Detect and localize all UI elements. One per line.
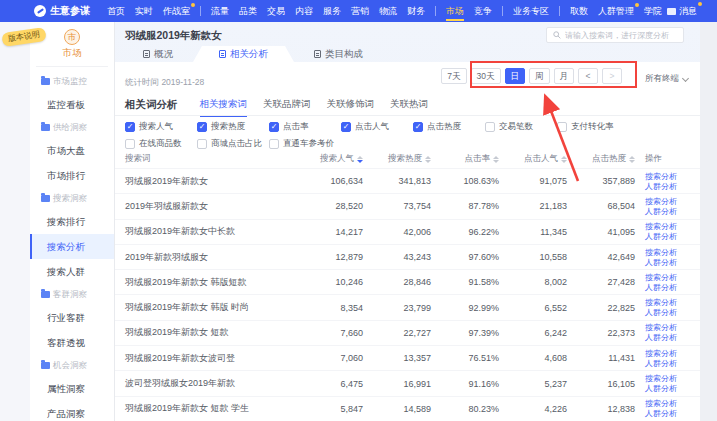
sidebar-item[interactable]: 搜索分析 <box>30 234 114 259</box>
filter-checkbox[interactable]: 支付转化率 <box>557 121 629 133</box>
table-row: 羽绒服2019年新款女 短款 学生 5,847 14,589 80.23% 4,… <box>115 396 700 421</box>
search-analysis-link[interactable]: 搜索分析 <box>645 222 700 231</box>
search-input[interactable] <box>565 31 677 40</box>
nav-item[interactable]: 学院 <box>639 0 667 22</box>
search-analysis-link[interactable]: 搜索分析 <box>645 323 700 332</box>
col-search-heat[interactable]: 搜索热度 <box>363 153 431 165</box>
filter-checkbox[interactable]: 点击人气 <box>341 121 413 133</box>
search-analysis-link[interactable]: 搜索分析 <box>645 298 700 307</box>
nav-item[interactable]: 首页 <box>102 0 130 22</box>
range-button[interactable]: 周 <box>529 68 550 84</box>
col-search-popularity[interactable]: 搜索人气 <box>295 153 363 165</box>
nav-item[interactable]: 服务 <box>318 0 346 22</box>
nav-item[interactable]: 财务 <box>402 0 430 22</box>
crowd-analysis-link[interactable]: 人群分析 <box>645 182 700 191</box>
nav-item[interactable]: 取数 <box>565 0 593 22</box>
filter-checkbox[interactable]: 搜索热度 <box>197 121 269 133</box>
terminal-dropdown[interactable]: 所有终端 <box>645 73 688 85</box>
nav-item[interactable]: 流量 <box>206 0 234 22</box>
nav-item[interactable]: 交易 <box>262 0 290 22</box>
search-heat-cell: 42,006 <box>363 227 431 237</box>
col-click-heat[interactable]: 点击热度 <box>567 153 635 165</box>
nav-item[interactable]: 市场 <box>441 0 469 22</box>
header-tab[interactable]: 类目构成 <box>294 46 383 62</box>
nav-item[interactable]: 人群管理 <box>593 0 639 22</box>
sidebar-item[interactable]: 客群透视 <box>30 330 114 355</box>
range-button[interactable]: 月 <box>554 68 575 84</box>
sidebar-item[interactable]: 市场监控 <box>30 71 114 92</box>
range-button[interactable]: 30天 <box>471 68 501 84</box>
search-box[interactable] <box>546 27 684 43</box>
sidebar-item[interactable]: 供给洞察 <box>30 117 114 138</box>
analysis-subtab[interactable]: 关联热词 <box>390 98 428 111</box>
col-click-popularity[interactable]: 点击人气 <box>499 153 567 165</box>
nav-item[interactable] <box>435 6 436 16</box>
header-tab[interactable]: 相关分析 <box>193 46 294 62</box>
crowd-analysis-link[interactable]: 人群分析 <box>645 207 700 216</box>
crowd-analysis-link[interactable]: 人群分析 <box>645 333 700 342</box>
filter-checkbox[interactable]: 直通车参考价 <box>269 138 341 150</box>
filter-checkbox[interactable]: 搜索人气 <box>125 121 197 133</box>
sidebar-item[interactable]: 市场大盘 <box>30 138 114 163</box>
col-click-rate[interactable]: 点击率 <box>431 153 499 165</box>
analysis-subtab[interactable]: 相关搜索词 <box>200 98 248 111</box>
range-button[interactable]: 7天 <box>441 68 466 84</box>
filter-checkbox[interactable]: 商城点击占比 <box>197 138 269 150</box>
prev-page-button[interactable]: < <box>578 68 598 84</box>
crowd-analysis-link[interactable]: 人群分析 <box>645 232 700 241</box>
nav-item[interactable]: 业务专区 <box>508 0 554 22</box>
nav-item[interactable]: 内容 <box>290 0 318 22</box>
search-analysis-link[interactable]: 搜索分析 <box>645 248 700 257</box>
analysis-subtab[interactable]: 关联修饰词 <box>327 98 375 111</box>
next-page-button[interactable]: > <box>602 68 622 84</box>
filter-checkbox[interactable]: 在线商品数 <box>125 138 197 150</box>
header-tab[interactable]: 概况 <box>123 46 193 62</box>
sidebar-item[interactable]: 搜索洞察 <box>30 188 114 209</box>
brand[interactable]: 生意参谋 <box>34 4 90 18</box>
search-analysis-link[interactable]: 搜索分析 <box>645 374 700 383</box>
filter-checkbox[interactable]: 交易笔数 <box>485 121 557 133</box>
sidebar-item[interactable]: 市场排行 <box>30 163 114 188</box>
crowd-analysis-link[interactable]: 人群分析 <box>645 258 700 267</box>
table-row: 2019年新款羽绒服女 12,879 43,243 97.60% 10,558 … <box>115 244 700 269</box>
sidebar-item[interactable]: 机会洞察 <box>30 355 114 376</box>
search-analysis-link[interactable]: 搜索分析 <box>645 273 700 282</box>
sidebar-item[interactable]: 产品洞察 <box>30 401 114 421</box>
click-heat-cell: 22,373 <box>567 328 635 338</box>
crowd-analysis-link[interactable]: 人群分析 <box>645 283 700 292</box>
crowd-analysis-link[interactable]: 人群分析 <box>645 384 700 393</box>
nav-item[interactable]: 品类 <box>234 0 262 22</box>
nav-item[interactable] <box>200 6 201 16</box>
range-button[interactable]: 日 <box>505 68 526 84</box>
search-analysis-link[interactable]: 搜索分析 <box>645 349 700 358</box>
analysis-subtab[interactable]: 关联品牌词 <box>263 98 311 111</box>
actions-cell: 搜索分析 人群分析 <box>635 298 700 317</box>
nav-item[interactable] <box>502 6 503 16</box>
nav-item[interactable] <box>559 6 560 16</box>
sidebar-item[interactable]: 客群洞察 <box>30 284 114 305</box>
nav-item[interactable]: 作战室 <box>158 0 195 22</box>
nav-item[interactable]: 实时 <box>130 0 158 22</box>
filter-checkbox[interactable]: 点击率 <box>269 121 341 133</box>
sidebar-item[interactable]: 行业客群 <box>30 305 114 330</box>
nav-item[interactable]: 营销 <box>346 0 374 22</box>
checkbox-icon <box>269 139 279 149</box>
filter-checkbox[interactable]: 点击热度 <box>413 121 485 133</box>
click-rate-cell: 97.60% <box>431 252 499 262</box>
search-analysis-link[interactable]: 搜索分析 <box>645 197 700 206</box>
nav-item[interactable]: 物流 <box>374 0 402 22</box>
crowd-analysis-link[interactable]: 人群分析 <box>645 359 700 368</box>
sidebar-item[interactable]: 搜索排行 <box>30 209 114 234</box>
checkbox-icon <box>125 139 135 149</box>
nav-user[interactable]: 消息 <box>667 5 697 18</box>
sidebar-item[interactable]: 属性洞察 <box>30 376 114 401</box>
crowd-analysis-link[interactable]: 人群分析 <box>645 409 700 418</box>
search-term-cell: 羽绒服2019年新款女 <box>115 175 295 188</box>
nav-item[interactable]: 竞争 <box>469 0 497 22</box>
search-analysis-link[interactable]: 搜索分析 <box>645 172 700 181</box>
crowd-analysis-link[interactable]: 人群分析 <box>645 308 700 317</box>
sidebar-item[interactable]: 搜索人群 <box>30 259 114 284</box>
sidebar-item[interactable]: 监控看板 <box>30 92 114 117</box>
search-analysis-link[interactable]: 搜索分析 <box>645 399 700 408</box>
actions-cell: 搜索分析 人群分析 <box>635 222 700 241</box>
